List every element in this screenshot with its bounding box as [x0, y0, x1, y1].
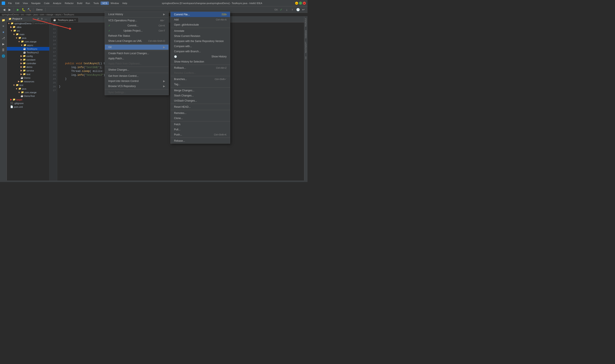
vcs-operations-popup[interactable]: VCS Operations Popup... Alt+` [105, 18, 169, 23]
git-tag[interactable]: Tag... [171, 82, 230, 87]
settings-panel-button[interactable]: ⚙ [40, 17, 44, 21]
tree-idea[interactable]: ▶ 📁 .idea [7, 25, 49, 29]
vcs-update[interactable]: ✓ Update Project... Ctrl+T [105, 28, 169, 33]
restful-tab[interactable]: RestfulUrl [304, 16, 308, 28]
git-history-button[interactable]: 🕐 [295, 7, 300, 12]
tree-main[interactable]: ▼ 📁 main [7, 32, 49, 36]
git-stash[interactable]: Stash Changes... [171, 93, 230, 98]
vcs-git-submenu[interactable]: Git ▶ [105, 45, 169, 50]
tree-java[interactable]: ▼ 📁 java [7, 36, 49, 40]
vcs-get-version[interactable]: Get from Version Control... [105, 73, 169, 78]
vcs-local-history[interactable]: Local History ▶ [105, 12, 169, 17]
git-clone[interactable]: Clone... [171, 116, 230, 121]
minimize-button[interactable]: – [295, 2, 298, 5]
menu-window[interactable]: Window [109, 1, 121, 5]
tree-test-folder[interactable]: ▶ 📁 test [7, 72, 49, 76]
git-check-button[interactable]: ✓ [279, 7, 284, 12]
menu-code[interactable]: Code [42, 1, 51, 5]
git-push-button[interactable]: ↑ [290, 7, 295, 12]
tab-close-button[interactable]: ✕ [74, 19, 76, 21]
git-compare-with[interactable]: Compare with... [171, 44, 230, 49]
git-annotate[interactable]: Annotate [171, 28, 230, 34]
git-reset-head[interactable]: Reset HEAD... [171, 104, 230, 109]
tree-gitignore[interactable]: ⬛ .gitignore [7, 101, 49, 105]
git-rollback[interactable]: Rollback... Ctrl+Alt+Z [171, 65, 230, 70]
git-rebase[interactable]: Rebase... [171, 138, 230, 143]
git-pull[interactable]: Pull... [171, 127, 230, 132]
menu-navigate[interactable]: Navigate [29, 1, 42, 5]
tree-com[interactable]: ▼ 📁 com.xiaoge [7, 40, 49, 43]
git-update-button[interactable]: ↓ [284, 7, 289, 12]
menu-vcs[interactable]: VCS [101, 1, 109, 5]
menu-tools[interactable]: Tools [92, 1, 101, 5]
tree-test-java[interactable]: ▼ 📁 java [7, 87, 49, 91]
hide-panel-button[interactable]: — [44, 17, 48, 21]
git-compare-repo[interactable]: Compare with the Same Repository Version [171, 39, 230, 44]
tree-test[interactable]: ▼ 📁 test [7, 83, 49, 87]
vcs-create-patch[interactable]: Create Patch from Local Changes... [105, 51, 169, 56]
run-button[interactable]: ▶ [16, 7, 20, 12]
favorites-icon[interactable]: ★ [1, 29, 6, 35]
web-icon[interactable]: 🌐 [1, 53, 6, 59]
persistence-icon[interactable]: 🗄 [1, 47, 6, 53]
git-merge[interactable]: Merge Changes... [171, 88, 230, 93]
tree-demo-java[interactable]: ☕ Demo [7, 76, 49, 79]
vcs-shelve[interactable]: Shelve Changes... [105, 67, 169, 72]
git-show-history-selection[interactable]: Show History for Selection [171, 59, 230, 64]
local-changes-tab[interactable]: Local Changes [12, 182, 33, 182]
run-icon-left[interactable]: ▶ [1, 41, 6, 47]
forward-button[interactable]: ▶ [7, 7, 12, 12]
editor-tab-testasync[interactable]: ☕ TestAsync.java ✕ [50, 17, 79, 22]
close-button[interactable]: × [303, 2, 306, 5]
menu-help[interactable]: Help [121, 1, 129, 5]
tree-service[interactable]: ▶ 📁 service [7, 69, 49, 72]
git-fetch[interactable]: Fetch [171, 122, 230, 127]
menu-build[interactable]: Build [75, 1, 84, 5]
tree-testasync2[interactable]: ☕ TestAsync2 [7, 51, 49, 54]
back-button[interactable]: ◀ [2, 7, 6, 12]
vcs-apply-patch[interactable]: Apply Patch... [105, 56, 169, 61]
database-tab[interactable]: Database [304, 28, 308, 40]
git-push[interactable]: Push... Ctrl+Shift+K [171, 132, 230, 137]
git-tab[interactable]: ⎇ Git: [0, 181, 12, 182]
project-icon[interactable]: 📁 [1, 17, 6, 23]
vcs-commit[interactable]: ✓ Commit... Ctrl+K [105, 23, 169, 28]
tree-async[interactable]: ▼ 📁 async [7, 43, 49, 47]
tree-testasync[interactable]: ☕ TestAsync [7, 47, 49, 51]
git-unstash[interactable]: UnStash Changes... [171, 98, 230, 103]
console-tab[interactable]: Console ✕ [33, 182, 50, 182]
menu-edit[interactable]: Edit [14, 1, 21, 5]
ant-tab[interactable]: Ant [304, 55, 308, 61]
tree-demo-folder[interactable]: ▶ 📁 demo [7, 65, 49, 69]
menu-run[interactable]: Run [84, 1, 92, 5]
git-open-exclude[interactable]: Open .git/info/exclude [171, 22, 230, 27]
tree-demotest[interactable]: ☕ DemoTest [7, 94, 49, 98]
git-commit-file[interactable]: Commit File... 2次b [171, 12, 230, 17]
git-show-current[interactable]: Show Current Revision [171, 34, 230, 39]
git-show-history[interactable]: 🕐 Show History [171, 54, 230, 59]
vcs-browse[interactable]: Browse VCS Repository ▶ [105, 84, 169, 89]
tree-target[interactable]: ▶ 📁 target [7, 98, 49, 101]
tree-src[interactable]: ▼ 📁 src [7, 29, 49, 32]
tree-pom[interactable]: 📄 pom.xml [7, 105, 49, 109]
vcs-refresh[interactable]: Refresh File Status [105, 33, 169, 39]
git-icon-left[interactable]: ⎇ [1, 35, 6, 41]
vcs-show-local[interactable]: Show Local Changes as UML Ctrl+Alt+Shift… [105, 39, 169, 43]
debug-button[interactable]: 🐛 [21, 7, 26, 12]
maximize-button[interactable]: □ [299, 2, 302, 5]
vcs-import[interactable]: Import into Version Control ▶ [105, 78, 169, 84]
tree-root[interactable]: ▼ 📁 springbootDemo D:\workspace\zhangxia… [7, 22, 49, 25]
log-tab[interactable]: Log: all [50, 181, 62, 182]
tree-constant[interactable]: ▶ 📁 constant [7, 58, 49, 62]
structure-icon[interactable]: ≡ [1, 23, 6, 29]
git-branches[interactable]: Branches... Ctrl+Shift+` [171, 77, 230, 82]
git-remotes[interactable]: Remotes... [171, 111, 230, 116]
git-rollback-button[interactable]: ↩ [301, 7, 306, 12]
build-button[interactable]: 🔨 [27, 7, 31, 12]
menu-analyze[interactable]: Analyze [51, 1, 63, 5]
tree-resources[interactable]: ▶ 📁 resources [7, 79, 49, 83]
git-add[interactable]: Add Ctrl+Alt+A [171, 17, 230, 22]
menu-file[interactable]: File [6, 1, 14, 5]
nexchat-tab[interactable]: NexChatGPT [304, 40, 308, 55]
tree-config[interactable]: ▶ 📁 config [7, 54, 49, 58]
